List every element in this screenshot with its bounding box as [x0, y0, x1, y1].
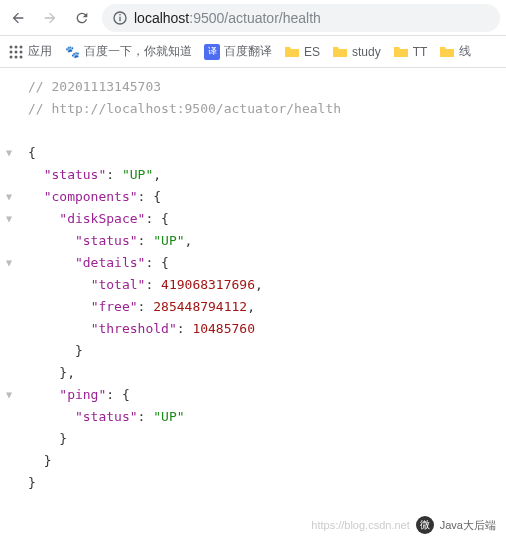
json-key: "status"	[75, 409, 138, 424]
json-key: "details"	[75, 255, 145, 270]
bookmark-label: 百度翻译	[224, 43, 272, 60]
json-key: "total"	[91, 277, 146, 292]
watermark-url: https://blog.csdn.net	[311, 519, 409, 531]
json-key: "status"	[75, 233, 138, 248]
svg-point-7	[15, 50, 18, 53]
svg-point-3	[10, 45, 13, 48]
bookmark-baidu[interactable]: 🐾百度一下，你就知道	[64, 43, 192, 60]
forward-button[interactable]	[38, 6, 62, 30]
fold-arrow-icon[interactable]: ▼	[6, 252, 12, 274]
code-block: // 20201113145703 // http://localhost:95…	[28, 76, 506, 494]
json-viewer: ▼ ▼ ▼ ▼ ▼ // 20201113145703 // http://lo…	[0, 68, 506, 502]
fold-arrow-icon[interactable]: ▼	[6, 186, 12, 208]
bookmark-folder-es[interactable]: ES	[284, 44, 320, 60]
bookmark-label: 应用	[28, 43, 52, 60]
svg-point-8	[20, 50, 23, 53]
json-string: "UP"	[153, 409, 184, 424]
bookmark-folder-tt[interactable]: TT	[393, 44, 428, 60]
bookmark-label: 线	[459, 43, 471, 60]
watermark-label: Java大后端	[440, 518, 496, 533]
json-key: "ping"	[59, 387, 106, 402]
svg-point-10	[15, 55, 18, 58]
bookmark-label: study	[352, 45, 381, 59]
json-key: "status"	[44, 167, 107, 182]
svg-rect-2	[119, 14, 120, 15]
browser-toolbar: localhost:9500/actuator/health	[0, 0, 506, 36]
info-icon	[112, 10, 128, 26]
svg-point-9	[10, 55, 13, 58]
fold-arrow-icon[interactable]: ▼	[6, 208, 12, 230]
bookmark-folder-xian[interactable]: 线	[439, 43, 471, 60]
json-key: "components"	[44, 189, 138, 204]
fold-arrow-icon[interactable]: ▼	[6, 142, 12, 164]
bookmark-label: 百度一下，你就知道	[84, 43, 192, 60]
json-key: "diskSpace"	[59, 211, 145, 226]
wechat-icon: 微	[416, 516, 434, 534]
watermark: https://blog.csdn.net 微 Java大后端	[311, 516, 496, 534]
svg-point-6	[10, 50, 13, 53]
bookmark-fanyi[interactable]: 译百度翻译	[204, 43, 272, 60]
json-number: 285448794112	[153, 299, 247, 314]
json-string: "UP"	[153, 233, 184, 248]
bookmark-label: TT	[413, 45, 428, 59]
url-text: localhost:9500/actuator/health	[134, 10, 321, 26]
bookmark-label: ES	[304, 45, 320, 59]
comment-line: // http://localhost:9500/actuator/health	[28, 101, 341, 116]
bookmark-folder-study[interactable]: study	[332, 44, 381, 60]
json-key: "threshold"	[91, 321, 177, 336]
json-key: "free"	[91, 299, 138, 314]
svg-rect-1	[119, 16, 120, 21]
json-string: "UP"	[122, 167, 153, 182]
svg-point-11	[20, 55, 23, 58]
fold-arrow-icon[interactable]: ▼	[6, 384, 12, 406]
reload-button[interactable]	[70, 6, 94, 30]
back-button[interactable]	[6, 6, 30, 30]
address-bar[interactable]: localhost:9500/actuator/health	[102, 4, 500, 32]
svg-point-4	[15, 45, 18, 48]
json-number: 419068317696	[161, 277, 255, 292]
svg-point-5	[20, 45, 23, 48]
json-number: 10485760	[192, 321, 255, 336]
comment-line: // 20201113145703	[28, 79, 161, 94]
apps-button[interactable]: 应用	[8, 43, 52, 60]
bookmarks-bar: 应用 🐾百度一下，你就知道 译百度翻译 ES study TT 线	[0, 36, 506, 68]
